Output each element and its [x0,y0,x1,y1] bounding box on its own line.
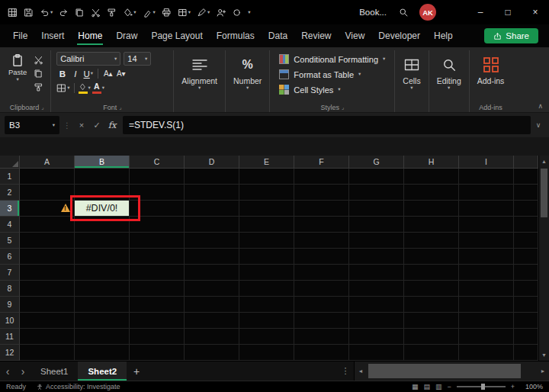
fill-color-button[interactable]: ▾ [79,83,91,94]
cell-c6[interactable] [130,249,185,265]
row-header-12[interactable]: 12 [0,345,20,361]
cell-d3[interactable] [185,201,239,217]
cell-i8[interactable] [459,281,514,297]
normal-view-button[interactable]: ▦ [412,383,419,390]
zoom-slider-thumb[interactable] [481,384,485,390]
column-header-f[interactable]: F [294,156,349,169]
next-sheet-button[interactable]: › [15,361,30,381]
font-size-select[interactable]: 14▾ [124,52,151,66]
cell-d5[interactable] [185,233,239,249]
page-layout-view-button[interactable]: ▤ [423,383,430,390]
zoom-level[interactable]: 100% [520,383,543,390]
number-group[interactable]: % Number ▾ [226,50,270,112]
caret-down-icon[interactable]: ▾ [50,10,53,15]
tab-file[interactable]: File [6,24,34,47]
cell-e9[interactable] [239,297,294,313]
cell-d8[interactable] [185,281,239,297]
row-header-3[interactable]: 3 [0,201,20,217]
print-button[interactable] [159,2,175,22]
cell-c12[interactable] [130,345,185,361]
grow-font-button[interactable]: A▴ [102,69,114,78]
format-painter-button[interactable] [104,2,120,22]
scroll-down-button[interactable]: ▼ [539,349,549,361]
cell-i4[interactable] [459,217,514,233]
highlighter-button[interactable]: ▾ [140,2,159,22]
tab-view[interactable]: View [339,24,372,47]
cell-i6[interactable] [459,249,514,265]
tab-page-layout[interactable]: Page Layout [144,24,209,47]
paste-button[interactable]: Paste ▾ [8,52,27,102]
row-header-8[interactable]: 8 [0,281,20,297]
tab-formulas[interactable]: Formulas [210,24,262,47]
horizontal-scroll-thumb[interactable] [368,364,521,378]
cell-b4[interactable] [75,217,130,233]
cell-d9[interactable] [185,297,239,313]
cell-a11[interactable] [20,329,75,345]
column-header-h[interactable]: H [404,156,459,169]
cell-i7[interactable] [459,265,514,281]
sheet-tab-sheet1[interactable]: Sheet1 [30,361,78,381]
accessibility-status[interactable]: Accessibility: Investigate [37,383,120,390]
horizontal-scrollbar[interactable]: ◄ ► [354,361,549,381]
cell-b12[interactable] [75,345,130,361]
cell-c4[interactable] [130,217,185,233]
cell-e8[interactable] [239,281,294,297]
italic-button[interactable]: I [69,69,81,79]
cell-i1[interactable] [459,169,514,185]
cell-a3[interactable] [20,201,75,217]
cell-f2[interactable] [294,185,349,201]
cell-a6[interactable] [20,249,75,265]
cell-b5[interactable] [75,233,130,249]
cell-h12[interactable] [404,345,459,361]
scroll-up-button[interactable]: ▲ [539,156,549,167]
alignment-group[interactable]: Alignment ▾ [174,50,226,112]
account-avatar[interactable]: AK [419,4,436,21]
cell-b2[interactable] [75,185,130,201]
zoom-in-button[interactable]: + [511,383,515,390]
cell-f3[interactable] [294,201,349,217]
row-header-9[interactable]: 9 [0,297,20,313]
copy-button[interactable] [72,2,88,22]
page-break-view-button[interactable]: ▥ [435,383,442,390]
cell-e3[interactable] [239,201,294,217]
cell-f6[interactable] [294,249,349,265]
dialog-launcher-icon[interactable]: ⌟ [342,104,344,111]
dialog-launcher-icon[interactable]: ⌟ [41,104,43,111]
cell-b8[interactable] [75,281,130,297]
scroll-right-button[interactable]: ► [537,361,549,381]
cell-a4[interactable] [20,217,75,233]
cell-d6[interactable] [185,249,239,265]
column-header-d[interactable]: D [185,156,239,169]
formula-bar-handle[interactable]: ⋮ [61,121,73,130]
cell-styles-button[interactable]: Cell Styles▾ [275,82,389,97]
cell-c9[interactable] [130,297,185,313]
record-button[interactable] [229,2,245,22]
cell-a7[interactable] [20,265,75,281]
cell-h3[interactable] [404,201,459,217]
cell-i3[interactable] [459,201,514,217]
cell-g2[interactable] [349,185,404,201]
cell-i12[interactable] [459,345,514,361]
cell-h1[interactable] [404,169,459,185]
enter-button[interactable]: ✓ [90,120,104,130]
row-header-1[interactable]: 1 [0,169,20,185]
cell-c7[interactable] [130,265,185,281]
cell-b11[interactable] [75,329,130,345]
shrink-font-button[interactable]: A▾ [115,69,127,78]
cell-g10[interactable] [349,313,404,329]
cell-a1[interactable] [20,169,75,185]
app-menu-button[interactable] [5,2,21,22]
cell-e11[interactable] [239,329,294,345]
cell-d2[interactable] [185,185,239,201]
cell-g5[interactable] [349,233,404,249]
cell-c1[interactable] [130,169,185,185]
borders-button[interactable]: ▾ [56,83,69,93]
cell-h2[interactable] [404,185,459,201]
cell-g11[interactable] [349,329,404,345]
editing-group[interactable]: Editing ▾ [429,50,470,112]
column-header-b[interactable]: B [75,156,130,169]
cell-e4[interactable] [239,217,294,233]
row-header-4[interactable]: 4 [0,217,20,233]
minimize-button[interactable]: – [467,0,494,24]
cells-group[interactable]: Cells ▾ [395,50,429,112]
